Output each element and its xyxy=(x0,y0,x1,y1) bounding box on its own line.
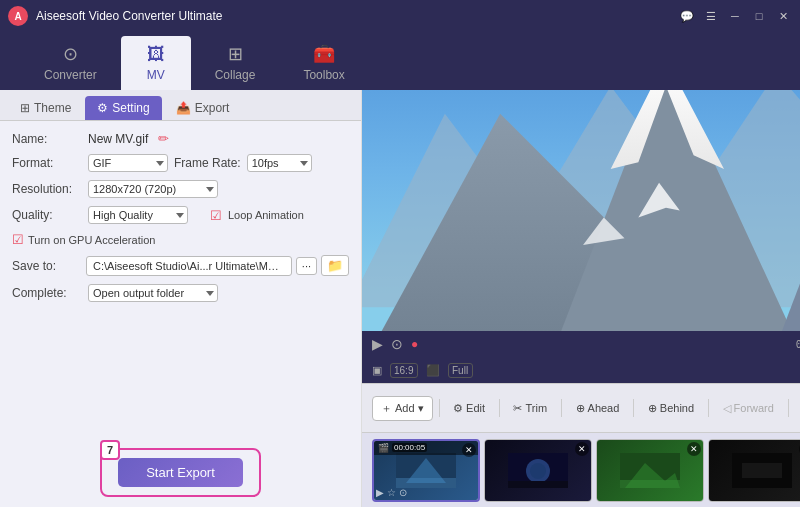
film-clip-4-bg xyxy=(709,440,800,501)
clip1-star-icon[interactable]: ☆ xyxy=(387,487,396,498)
add-icon: ＋ xyxy=(381,401,392,416)
mv-icon: 🖼 xyxy=(147,44,165,65)
resolution-select[interactable]: 1280x720 (720p) xyxy=(88,180,218,198)
sub-tab-export[interactable]: 📤 Export xyxy=(164,96,242,120)
name-edit-icon[interactable]: ✏ xyxy=(158,131,169,146)
export-step-number: 7 xyxy=(100,440,120,460)
chat-icon[interactable]: 💬 xyxy=(678,7,696,25)
format-select[interactable]: GIF xyxy=(88,154,168,172)
clip1-close-btn[interactable]: ✕ xyxy=(462,443,476,457)
add-button[interactable]: ＋ Add ▾ xyxy=(372,396,433,421)
framerate-select[interactable]: 10fps xyxy=(247,154,312,172)
stop-button[interactable]: ⊙ xyxy=(391,336,403,352)
bottom-toolbar: ＋ Add ▾ ⚙ Edit ✂ Trim ⊕ Ahead ⊕ Behi xyxy=(362,383,800,432)
clip1-time: 00:00:05 xyxy=(392,443,427,452)
clip3-close-btn[interactable]: ✕ xyxy=(687,442,701,456)
menu-icon[interactable]: ☰ xyxy=(702,7,720,25)
maximize-icon[interactable]: □ xyxy=(750,7,768,25)
record-indicator: ● xyxy=(411,337,418,351)
quality-row: Quality: High Quality ☑ Loop Animation xyxy=(12,206,349,224)
film-clip-1[interactable]: 🎬 00:00:05 ✕ ▶ ☆ ⊙ xyxy=(372,439,480,502)
close-icon[interactable]: ✕ xyxy=(774,7,792,25)
save-dots-btn[interactable]: ··· xyxy=(296,257,317,275)
quality-label: Quality: xyxy=(12,208,82,222)
resolution-label: Resolution: xyxy=(12,182,82,196)
film-clip-3[interactable]: ✕ xyxy=(596,439,704,502)
sub-tab-theme[interactable]: ⊞ Theme xyxy=(8,96,83,120)
video-scene xyxy=(362,90,800,331)
edit-button[interactable]: ⚙ Edit xyxy=(445,398,493,419)
save-label: Save to: xyxy=(12,259,82,273)
converter-icon: ⊙ xyxy=(63,43,78,65)
name-row: Name: New MV.gif ✏ xyxy=(12,131,349,146)
sub-tabs: ⊞ Theme ⚙ Setting 📤 Export xyxy=(0,90,361,121)
svg-rect-19 xyxy=(508,481,568,488)
tab-mv[interactable]: 🖼 MV xyxy=(121,36,191,90)
add-label: Add xyxy=(395,402,415,414)
format-label: Format: xyxy=(12,156,82,170)
tab-collage[interactable]: ⊞ Collage xyxy=(191,35,280,90)
trim-button[interactable]: ✂ Trim xyxy=(505,398,555,419)
export-tab-icon: 📤 xyxy=(176,101,191,115)
aspect-select[interactable]: 16:9 4:3 1:1 xyxy=(390,363,418,378)
time-display: 00:00:00.00/00:01:40.16 xyxy=(796,339,800,350)
clip4-svg xyxy=(732,453,792,488)
trim-icon: ✂ xyxy=(513,402,522,415)
app-title: Aiseesoft Video Converter Ultimate xyxy=(36,9,678,23)
gpu-checkbox-icon[interactable]: ☑ xyxy=(12,232,24,247)
gpu-label: Turn on GPU Acceleration xyxy=(28,234,155,246)
quality-select[interactable]: High Quality xyxy=(88,206,188,224)
clip3-svg xyxy=(620,453,680,488)
backward-button[interactable]: ▷ Backward xyxy=(794,398,800,419)
toolbox-icon: 🧰 xyxy=(313,43,335,65)
export-btn-outer: 7 Start Export xyxy=(100,448,261,497)
start-export-button[interactable]: Start Export xyxy=(118,458,243,487)
film-clip-4[interactable]: ✕ xyxy=(708,439,800,502)
edit-label: Edit xyxy=(466,402,485,414)
main-content: ⊞ Theme ⚙ Setting 📤 Export Name: New MV.… xyxy=(0,90,800,507)
fit-select[interactable]: Full Fit xyxy=(448,363,473,378)
tab-converter[interactable]: ⊙ Converter xyxy=(20,35,121,90)
tab-toolbox-label: Toolbox xyxy=(303,68,344,82)
setting-tab-icon: ⚙ xyxy=(97,101,108,115)
forward-button[interactable]: ◁ Forward xyxy=(715,398,782,419)
play-button[interactable]: ▶ xyxy=(372,336,383,352)
ahead-button[interactable]: ⊕ Ahead xyxy=(568,398,628,419)
clip2-close-btn[interactable]: ✕ xyxy=(575,442,589,456)
resolution-row: Resolution: 1280x720 (720p) xyxy=(12,180,349,198)
loop-label: Loop Animation xyxy=(228,209,304,221)
svg-point-18 xyxy=(530,463,546,479)
behind-button[interactable]: ⊕ Behind xyxy=(640,398,702,419)
save-folder-icon[interactable]: 📁 xyxy=(321,255,349,276)
svg-rect-24 xyxy=(742,463,782,478)
nav-tabs: ⊙ Converter 🖼 MV ⊞ Collage 🧰 Toolbox xyxy=(0,32,800,90)
complete-row: Complete: Open output folder xyxy=(12,284,349,302)
svg-rect-22 xyxy=(620,480,680,488)
clip1-type-icon: 🎬 xyxy=(378,443,389,453)
form-area: Name: New MV.gif ✏ Format: GIF Frame Rat… xyxy=(0,121,361,438)
window-controls: 💬 ☰ ─ □ ✕ xyxy=(678,7,792,25)
app-logo: A xyxy=(8,6,28,26)
name-value: New MV.gif xyxy=(88,132,148,146)
complete-select[interactable]: Open output folder xyxy=(88,284,218,302)
ahead-label: Ahead xyxy=(588,402,620,414)
trim-label: Trim xyxy=(525,402,547,414)
framerate-label: Frame Rate: xyxy=(174,156,241,170)
mountain-svg xyxy=(362,90,800,331)
minimize-icon[interactable]: ─ xyxy=(726,7,744,25)
clip1-play-icon[interactable]: ▶ xyxy=(376,487,384,498)
add-chevron-icon: ▾ xyxy=(418,402,424,415)
video-preview: Aiseesoft Video Converter Ultimate xyxy=(362,90,800,331)
complete-label: Complete: xyxy=(12,286,82,300)
loop-checkbox-icon[interactable]: ☑ xyxy=(210,208,222,223)
tab-toolbox[interactable]: 🧰 Toolbox xyxy=(279,35,368,90)
clip1-crop-icon[interactable]: ⊙ xyxy=(399,487,407,498)
tab-converter-label: Converter xyxy=(44,68,97,82)
edit-icon: ⚙ xyxy=(453,402,463,415)
sub-tab-setting-label: Setting xyxy=(112,101,149,115)
forward-label: Forward xyxy=(734,402,774,414)
sub-tab-setting[interactable]: ⚙ Setting xyxy=(85,96,161,120)
name-label: Name: xyxy=(12,132,82,146)
ahead-icon: ⊕ xyxy=(576,402,585,415)
film-clip-2[interactable]: ✕ xyxy=(484,439,592,502)
